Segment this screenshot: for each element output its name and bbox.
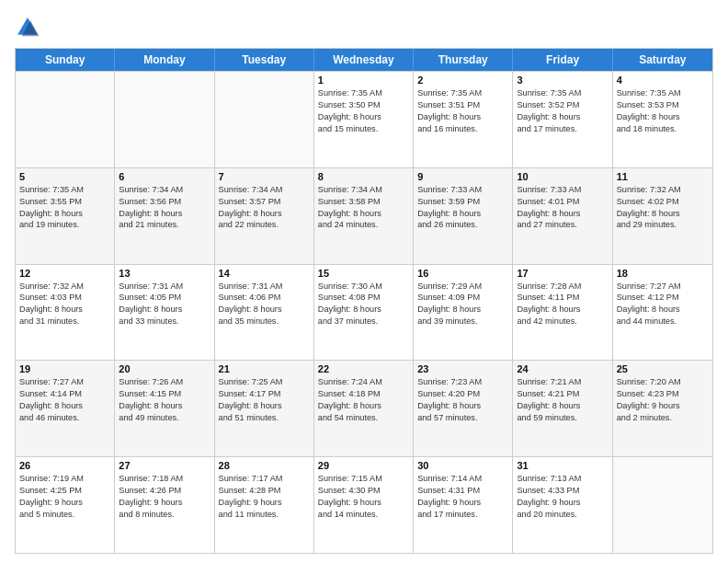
cell-content: Sunrise: 7:30 AM Sunset: 4:08 PM Dayligh… xyxy=(318,281,409,328)
calendar-cell: 4Sunrise: 7:35 AM Sunset: 3:53 PM Daylig… xyxy=(613,72,712,167)
cell-content: Sunrise: 7:29 AM Sunset: 4:09 PM Dayligh… xyxy=(417,281,508,328)
day-number: 8 xyxy=(318,171,409,182)
weekday-header: Monday xyxy=(115,49,214,71)
empty-cell xyxy=(215,72,314,167)
page: SundayMondayTuesdayWednesdayThursdayFrid… xyxy=(0,0,728,563)
day-number: 16 xyxy=(417,268,508,279)
calendar-cell: 27Sunrise: 7:18 AM Sunset: 4:26 PM Dayli… xyxy=(115,457,214,553)
day-number: 29 xyxy=(318,460,409,471)
cell-content: Sunrise: 7:25 AM Sunset: 4:17 PM Dayligh… xyxy=(219,376,310,424)
cell-content: Sunrise: 7:35 AM Sunset: 3:50 PM Dayligh… xyxy=(318,87,409,135)
cell-content: Sunrise: 7:33 AM Sunset: 3:59 PM Dayligh… xyxy=(417,184,508,232)
calendar-row: 12Sunrise: 7:32 AM Sunset: 4:03 PM Dayli… xyxy=(16,264,712,361)
calendar-cell: 16Sunrise: 7:29 AM Sunset: 4:09 PM Dayli… xyxy=(414,265,513,361)
empty-cell xyxy=(115,72,214,167)
cell-content: Sunrise: 7:32 AM Sunset: 4:03 PM Dayligh… xyxy=(19,281,110,328)
calendar-cell: 25Sunrise: 7:20 AM Sunset: 4:23 PM Dayli… xyxy=(613,361,712,456)
day-number: 2 xyxy=(417,75,508,86)
day-number: 27 xyxy=(119,460,210,471)
calendar-cell: 13Sunrise: 7:31 AM Sunset: 4:05 PM Dayli… xyxy=(115,265,214,361)
day-number: 17 xyxy=(517,268,608,279)
calendar-cell: 22Sunrise: 7:24 AM Sunset: 4:18 PM Dayli… xyxy=(314,361,414,456)
calendar: SundayMondayTuesdayWednesdayThursdayFrid… xyxy=(15,48,713,554)
day-number: 6 xyxy=(119,171,210,182)
cell-content: Sunrise: 7:23 AM Sunset: 4:20 PM Dayligh… xyxy=(417,376,508,424)
day-number: 15 xyxy=(318,268,409,279)
cell-content: Sunrise: 7:21 AM Sunset: 4:21 PM Dayligh… xyxy=(517,376,608,424)
day-number: 12 xyxy=(19,268,110,279)
calendar-cell: 8Sunrise: 7:34 AM Sunset: 3:58 PM Daylig… xyxy=(314,168,414,264)
day-number: 30 xyxy=(417,460,508,471)
day-number: 4 xyxy=(617,75,709,86)
day-number: 26 xyxy=(19,460,110,471)
cell-content: Sunrise: 7:31 AM Sunset: 4:06 PM Dayligh… xyxy=(219,281,310,328)
calendar-cell: 30Sunrise: 7:14 AM Sunset: 4:31 PM Dayli… xyxy=(414,457,513,553)
day-number: 5 xyxy=(19,171,110,182)
calendar-cell: 2Sunrise: 7:35 AM Sunset: 3:51 PM Daylig… xyxy=(414,72,513,167)
calendar-cell: 3Sunrise: 7:35 AM Sunset: 3:52 PM Daylig… xyxy=(513,72,612,167)
weekday-header: Saturday xyxy=(613,49,712,71)
weekday-header: Friday xyxy=(513,49,612,71)
calendar-body: 1Sunrise: 7:35 AM Sunset: 3:50 PM Daylig… xyxy=(16,71,712,553)
empty-cell xyxy=(613,457,712,553)
cell-content: Sunrise: 7:32 AM Sunset: 4:02 PM Dayligh… xyxy=(617,184,709,232)
calendar-cell: 12Sunrise: 7:32 AM Sunset: 4:03 PM Dayli… xyxy=(16,265,115,361)
cell-content: Sunrise: 7:35 AM Sunset: 3:52 PM Dayligh… xyxy=(517,87,608,135)
calendar-row: 26Sunrise: 7:19 AM Sunset: 4:25 PM Dayli… xyxy=(16,456,712,553)
cell-content: Sunrise: 7:18 AM Sunset: 4:26 PM Dayligh… xyxy=(119,473,210,521)
empty-cell xyxy=(16,72,115,167)
cell-content: Sunrise: 7:35 AM Sunset: 3:51 PM Dayligh… xyxy=(417,87,508,135)
calendar-cell: 6Sunrise: 7:34 AM Sunset: 3:56 PM Daylig… xyxy=(115,168,214,264)
cell-content: Sunrise: 7:31 AM Sunset: 4:05 PM Dayligh… xyxy=(119,281,210,328)
day-number: 28 xyxy=(219,460,310,471)
cell-content: Sunrise: 7:34 AM Sunset: 3:57 PM Dayligh… xyxy=(219,184,310,232)
calendar-cell: 11Sunrise: 7:32 AM Sunset: 4:02 PM Dayli… xyxy=(613,168,712,264)
logo xyxy=(15,15,44,40)
calendar-cell: 14Sunrise: 7:31 AM Sunset: 4:06 PM Dayli… xyxy=(215,265,314,361)
cell-content: Sunrise: 7:34 AM Sunset: 3:58 PM Dayligh… xyxy=(318,184,409,232)
cell-content: Sunrise: 7:13 AM Sunset: 4:33 PM Dayligh… xyxy=(517,473,608,521)
cell-content: Sunrise: 7:27 AM Sunset: 4:14 PM Dayligh… xyxy=(19,376,110,424)
calendar-row: 1Sunrise: 7:35 AM Sunset: 3:50 PM Daylig… xyxy=(16,71,712,167)
day-number: 31 xyxy=(517,460,608,471)
cell-content: Sunrise: 7:35 AM Sunset: 3:53 PM Dayligh… xyxy=(617,87,709,135)
day-number: 10 xyxy=(517,171,608,182)
day-number: 22 xyxy=(318,363,409,374)
calendar-header: SundayMondayTuesdayWednesdayThursdayFrid… xyxy=(16,49,712,71)
header xyxy=(15,15,713,40)
calendar-cell: 21Sunrise: 7:25 AM Sunset: 4:17 PM Dayli… xyxy=(215,361,314,456)
day-number: 14 xyxy=(219,268,310,279)
cell-content: Sunrise: 7:20 AM Sunset: 4:23 PM Dayligh… xyxy=(617,376,709,424)
day-number: 23 xyxy=(417,363,508,374)
day-number: 24 xyxy=(517,363,608,374)
calendar-cell: 31Sunrise: 7:13 AM Sunset: 4:33 PM Dayli… xyxy=(513,457,612,553)
calendar-cell: 20Sunrise: 7:26 AM Sunset: 4:15 PM Dayli… xyxy=(115,361,214,456)
day-number: 9 xyxy=(417,171,508,182)
cell-content: Sunrise: 7:19 AM Sunset: 4:25 PM Dayligh… xyxy=(19,473,110,521)
cell-content: Sunrise: 7:17 AM Sunset: 4:28 PM Dayligh… xyxy=(219,473,310,521)
day-number: 3 xyxy=(517,75,608,86)
cell-content: Sunrise: 7:15 AM Sunset: 4:30 PM Dayligh… xyxy=(318,473,409,521)
calendar-cell: 17Sunrise: 7:28 AM Sunset: 4:11 PM Dayli… xyxy=(513,265,612,361)
weekday-header: Thursday xyxy=(414,49,513,71)
day-number: 13 xyxy=(119,268,210,279)
calendar-cell: 24Sunrise: 7:21 AM Sunset: 4:21 PM Dayli… xyxy=(513,361,612,456)
calendar-cell: 29Sunrise: 7:15 AM Sunset: 4:30 PM Dayli… xyxy=(314,457,414,553)
calendar-row: 5Sunrise: 7:35 AM Sunset: 3:55 PM Daylig… xyxy=(16,167,712,264)
cell-content: Sunrise: 7:14 AM Sunset: 4:31 PM Dayligh… xyxy=(417,473,508,521)
weekday-header: Wednesday xyxy=(314,49,414,71)
weekday-header: Sunday xyxy=(16,49,115,71)
day-number: 20 xyxy=(119,363,210,374)
calendar-cell: 10Sunrise: 7:33 AM Sunset: 4:01 PM Dayli… xyxy=(513,168,612,264)
calendar-cell: 5Sunrise: 7:35 AM Sunset: 3:55 PM Daylig… xyxy=(16,168,115,264)
cell-content: Sunrise: 7:26 AM Sunset: 4:15 PM Dayligh… xyxy=(119,376,210,424)
day-number: 19 xyxy=(19,363,110,374)
weekday-header: Tuesday xyxy=(215,49,314,71)
day-number: 21 xyxy=(219,363,310,374)
cell-content: Sunrise: 7:35 AM Sunset: 3:55 PM Dayligh… xyxy=(19,184,110,232)
calendar-row: 19Sunrise: 7:27 AM Sunset: 4:14 PM Dayli… xyxy=(16,360,712,456)
calendar-cell: 9Sunrise: 7:33 AM Sunset: 3:59 PM Daylig… xyxy=(414,168,513,264)
logo-icon xyxy=(15,15,40,40)
cell-content: Sunrise: 7:27 AM Sunset: 4:12 PM Dayligh… xyxy=(617,281,709,328)
cell-content: Sunrise: 7:28 AM Sunset: 4:11 PM Dayligh… xyxy=(517,281,608,328)
